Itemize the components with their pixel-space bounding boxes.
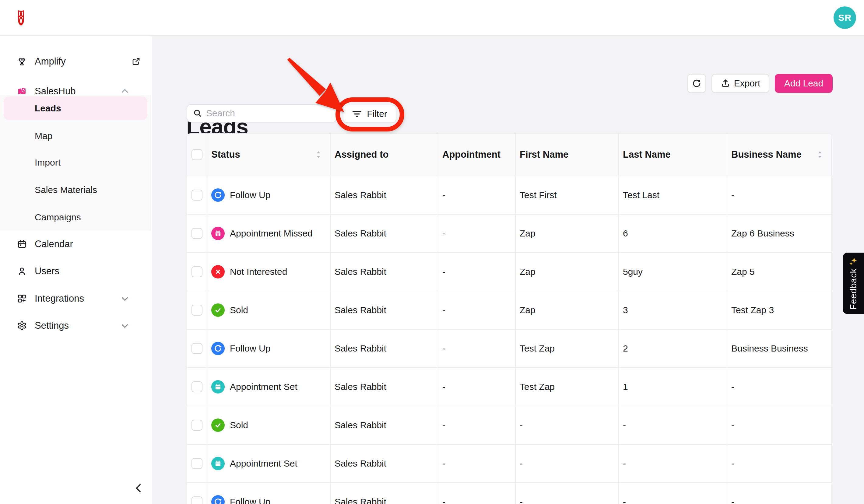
sidebar-item-sales-materials[interactable]: Sales Materials xyxy=(0,180,151,200)
status-cell: Follow Up xyxy=(207,483,331,504)
appointment-cell: - xyxy=(439,445,516,482)
assigned-to-cell: Sales Rabbit xyxy=(331,483,439,504)
add-lead-button-label: Add Lead xyxy=(784,78,823,88)
status-cell: Sold xyxy=(207,406,331,444)
sidebar-item-campaigns[interactable]: Campaigns xyxy=(0,207,151,227)
assigned-to-cell: Sales Rabbit xyxy=(331,406,439,444)
business-name-cell: Zap 6 Business xyxy=(727,215,831,252)
leads-table: Status Assigned to Appointment First Nam… xyxy=(187,133,832,504)
table-row[interactable]: Appointment Set Sales Rabbit - - - - xyxy=(187,445,831,483)
row-checkbox[interactable] xyxy=(192,420,202,431)
feedback-tab[interactable]: Feedback xyxy=(843,253,864,314)
sidebar: Amplify SalesHub xyxy=(0,36,151,504)
status-icon xyxy=(211,303,225,317)
row-checkbox[interactable] xyxy=(192,190,202,201)
status-icon xyxy=(211,419,225,432)
business-name-cell: Business Business xyxy=(727,329,831,367)
status-label: Appointment Set xyxy=(230,382,298,392)
sidebar-item-calendar[interactable]: Calendar xyxy=(0,235,151,254)
table-body: Follow Up Sales Rabbit - Test First Test… xyxy=(187,176,831,504)
column-header-assigned-to: Assigned to xyxy=(331,134,439,176)
row-checkbox[interactable] xyxy=(192,343,202,354)
sort-icon[interactable] xyxy=(817,151,822,158)
sidebar-item-leads[interactable]: Leads xyxy=(4,96,147,120)
business-name-cell: Zap 5 xyxy=(727,253,831,291)
table-row[interactable]: Sold Sales Rabbit - Zap 3 Test Zap 3 xyxy=(187,291,831,329)
chevron-left-icon xyxy=(133,482,145,495)
table-row[interactable]: Appointment Set Sales Rabbit - Test Zap … xyxy=(187,368,831,406)
sort-icon[interactable] xyxy=(316,151,321,158)
salesrabbit-logo-icon[interactable] xyxy=(15,7,27,28)
topbar: SR xyxy=(0,0,864,36)
status-cell: Appointment Missed xyxy=(207,215,331,252)
table-row[interactable]: Appointment Missed Sales Rabbit - Zap 6 … xyxy=(187,215,831,253)
row-checkbox[interactable] xyxy=(192,381,202,392)
column-header-appointment: Appointment xyxy=(439,134,516,176)
sidebar-item-label: Calendar xyxy=(35,239,73,250)
appointment-cell: - xyxy=(439,483,516,504)
last-name-cell: Test Last xyxy=(619,176,727,214)
first-name-cell: Zap xyxy=(516,253,619,291)
first-name-cell: Test Zap xyxy=(516,368,619,406)
row-checkbox[interactable] xyxy=(192,266,202,277)
user-avatar[interactable]: SR xyxy=(833,7,856,29)
status-label: Appointment Missed xyxy=(230,228,313,239)
table-row[interactable]: Follow Up Sales Rabbit - Test First Test… xyxy=(187,176,831,215)
business-name-cell: - xyxy=(727,406,831,444)
sidebar-item-import[interactable]: Import xyxy=(0,153,151,172)
column-header-label: Assigned to xyxy=(335,149,388,160)
sidebar-item-settings[interactable]: Settings xyxy=(0,316,151,335)
status-icon xyxy=(211,188,225,202)
status-cell: Not Interested xyxy=(207,253,331,291)
last-name-cell: 6 xyxy=(619,215,727,252)
column-header-status[interactable]: Status xyxy=(207,134,331,176)
column-header-business-name[interactable]: Business Name xyxy=(727,134,831,176)
sidebar-collapse-button[interactable] xyxy=(132,481,146,496)
filter-icon xyxy=(352,109,362,119)
chevron-down-icon xyxy=(120,321,129,330)
row-checkbox[interactable] xyxy=(192,496,202,504)
table-row[interactable]: Follow Up Sales Rabbit - Test Zap 2 Busi… xyxy=(187,329,831,368)
sidebar-item-amplify[interactable]: Amplify xyxy=(0,52,151,71)
row-select-cell xyxy=(187,329,207,367)
business-name-cell: - xyxy=(727,445,831,482)
user-icon xyxy=(17,266,27,276)
add-lead-button[interactable]: Add Lead xyxy=(775,74,833,93)
row-checkbox[interactable] xyxy=(192,305,202,316)
row-checkbox[interactable] xyxy=(192,228,202,239)
row-select-cell xyxy=(187,253,207,291)
export-button-label: Export xyxy=(734,78,760,88)
select-all-checkbox[interactable] xyxy=(192,149,202,160)
sidebar-item-label: Sales Materials xyxy=(35,185,97,195)
status-cell: Sold xyxy=(207,291,331,329)
row-select-cell xyxy=(187,215,207,252)
sidebar-item-label: Integrations xyxy=(35,293,84,304)
sparkles-icon xyxy=(849,257,858,266)
business-name-cell: - xyxy=(727,176,831,214)
sidebar-item-integrations[interactable]: Integrations xyxy=(0,289,151,308)
sidebar-item-label: Leads xyxy=(35,103,61,113)
table-row[interactable]: Sold Sales Rabbit - - - - xyxy=(187,406,831,445)
refresh-button[interactable] xyxy=(687,74,706,93)
chevron-down-icon xyxy=(120,294,129,303)
last-name-cell: 1 xyxy=(619,368,727,406)
status-label: Follow Up xyxy=(230,497,270,504)
app-window: SR Amplify xyxy=(0,0,864,504)
filter-button[interactable]: Filter xyxy=(343,105,396,123)
first-name-cell: Test First xyxy=(516,176,619,214)
search-input[interactable] xyxy=(206,108,328,118)
main-content: Leads Filter xyxy=(152,36,864,504)
appointment-cell: - xyxy=(439,215,516,252)
row-checkbox[interactable] xyxy=(192,458,202,469)
sidebar-item-label: Map xyxy=(35,131,52,141)
search-icon xyxy=(193,108,202,118)
sidebar-item-users[interactable]: Users xyxy=(0,262,151,281)
export-button[interactable]: Export xyxy=(711,74,769,93)
assigned-to-cell: Sales Rabbit xyxy=(331,329,439,367)
row-select-cell xyxy=(187,406,207,444)
last-name-cell: 3 xyxy=(619,291,727,329)
table-row[interactable]: Follow Up Sales Rabbit - - - - xyxy=(187,483,831,504)
sidebar-item-map[interactable]: Map xyxy=(0,126,151,146)
status-label: Sold xyxy=(230,420,248,430)
table-row[interactable]: Not Interested Sales Rabbit - Zap 5guy Z… xyxy=(187,253,831,291)
